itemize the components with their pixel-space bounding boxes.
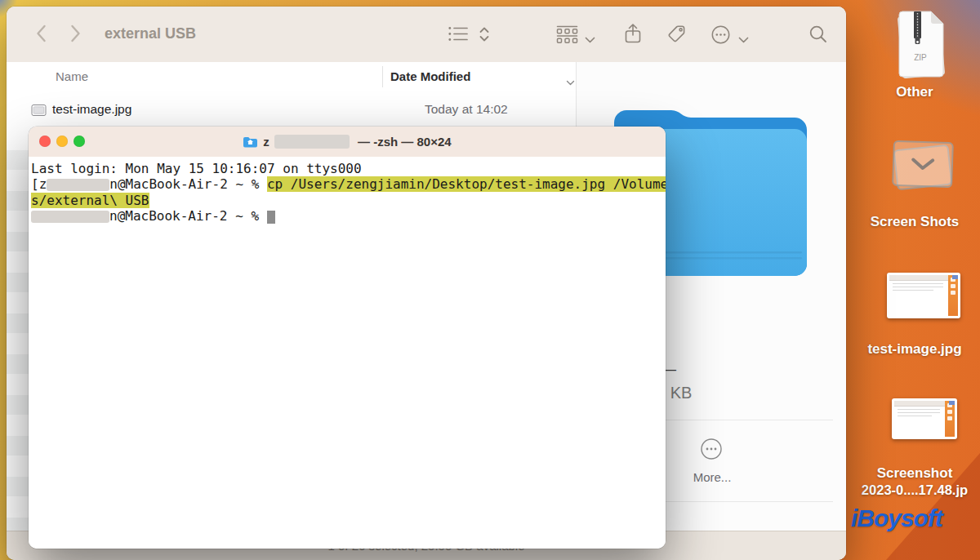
chevron-down-icon (738, 37, 749, 43)
list-view-button[interactable] (448, 25, 469, 46)
desktop-icon-column: ZIP Other Screen Shots test-image.jpg (849, 0, 980, 560)
chevron-left-icon (36, 24, 47, 42)
tag-icon (666, 24, 687, 44)
more-actions-button[interactable] (710, 24, 731, 48)
more-menu-chevron[interactable] (738, 32, 749, 47)
list-view-icon (448, 25, 469, 42)
terminal-window: z — -zsh — 80×24 Last login: Mon May 15 … (29, 127, 666, 549)
chevron-down-icon (585, 37, 595, 43)
window-title: external USB (105, 25, 196, 42)
share-icon (623, 23, 643, 45)
home-folder-icon (243, 136, 258, 148)
terminal-cursor (267, 211, 275, 224)
list-header: Name Date Modified (7, 62, 576, 92)
prompt-tail: n@MacBook-Air-2 ~ % (109, 176, 267, 192)
desktop-icon-label-test-image[interactable]: test-image.jpg (849, 341, 980, 358)
censored-username (47, 179, 109, 191)
chevron-right-icon (70, 24, 81, 42)
desktop: ZIP Other Screen Shots test-image.jpg (0, 0, 980, 560)
view-selector-button[interactable] (479, 25, 490, 47)
search-button[interactable] (808, 24, 828, 47)
highlighted-command-part2: s/external\ USB (31, 193, 149, 208)
prompt-tail: n@MacBook-Air-2 ~ % (109, 208, 267, 224)
column-header-name[interactable]: Name (56, 69, 88, 83)
group-menu-chevron[interactable] (585, 32, 595, 47)
more-ellipsis-icon[interactable] (700, 438, 723, 464)
terminal-title-prefix: z (263, 135, 270, 149)
column-header-date-modified[interactable]: Date Modified (390, 69, 470, 83)
zip-badge: ZIP (914, 53, 927, 62)
forward-button[interactable] (70, 24, 81, 46)
more-button[interactable]: More... (658, 470, 766, 484)
thumbnail-preview (894, 401, 955, 437)
ellipsis-circle-icon (710, 24, 731, 45)
screenshots-stack-front (892, 140, 954, 189)
terminal-line-prompt: n@MacBook-Air-2 ~ % (31, 208, 666, 224)
terminal-line-command-wrap: s/external\ USB (31, 193, 666, 208)
desktop-icon-label-screenshots[interactable]: Screen Shots (849, 214, 980, 230)
censored-username (274, 135, 350, 149)
search-icon (808, 24, 828, 44)
iboysoft-watermark: iBoysoft (851, 504, 980, 532)
group-button[interactable] (556, 25, 578, 47)
desktop-icon-label-screenshot-line1[interactable]: Screenshot (849, 465, 980, 482)
terminal-line-command: [zn@MacBook-Air-2 ~ % cp /Users/zengjiam… (31, 176, 666, 192)
test-image-thumbnail-icon[interactable] (887, 273, 960, 318)
file-row-test-image[interactable]: test-image.jpg Today at 14:02 (7, 91, 576, 130)
sort-chevron-icon[interactable] (566, 74, 575, 89)
desktop-icon-label-screenshot-line2[interactable]: 2023-0....17.48.jp (849, 482, 980, 498)
thumbnail-preview (889, 275, 958, 316)
chevron-down-icon (911, 157, 936, 171)
terminal-title-suffix: — -zsh — 80×24 (354, 135, 452, 149)
zip-stack-icon[interactable]: ZIP (893, 10, 952, 85)
back-button[interactable] (36, 24, 47, 46)
screenshot-thumbnail-icon[interactable] (892, 398, 957, 439)
highlighted-command-part1: cp /Users/zengjiamin/Desktop/test-image.… (267, 176, 666, 192)
column-divider[interactable] (382, 66, 383, 87)
finder-toolbar[interactable]: external USB (7, 7, 846, 63)
up-down-chevrons-icon (479, 25, 490, 43)
terminal-line-last-login: Last login: Mon May 15 10:16:07 on ttys0… (31, 161, 666, 176)
terminal-title: z — -zsh — 80×24 (29, 127, 666, 157)
censored-username (31, 211, 109, 223)
file-date-modified: Today at 14:02 (425, 102, 508, 117)
tag-button[interactable] (666, 24, 687, 47)
share-button[interactable] (623, 23, 643, 48)
screenshots-stack-icon[interactable] (892, 139, 954, 193)
terminal-screen[interactable]: Last login: Mon May 15 10:16:07 on ttys0… (29, 157, 666, 549)
group-icon (556, 25, 578, 44)
desktop-icon-label-other[interactable]: Other (849, 84, 980, 100)
image-file-icon (31, 104, 47, 120)
file-name: test-image.jpg (52, 102, 131, 117)
terminal-titlebar[interactable]: z — -zsh — 80×24 (29, 127, 666, 158)
prompt-open: [z (31, 176, 47, 192)
